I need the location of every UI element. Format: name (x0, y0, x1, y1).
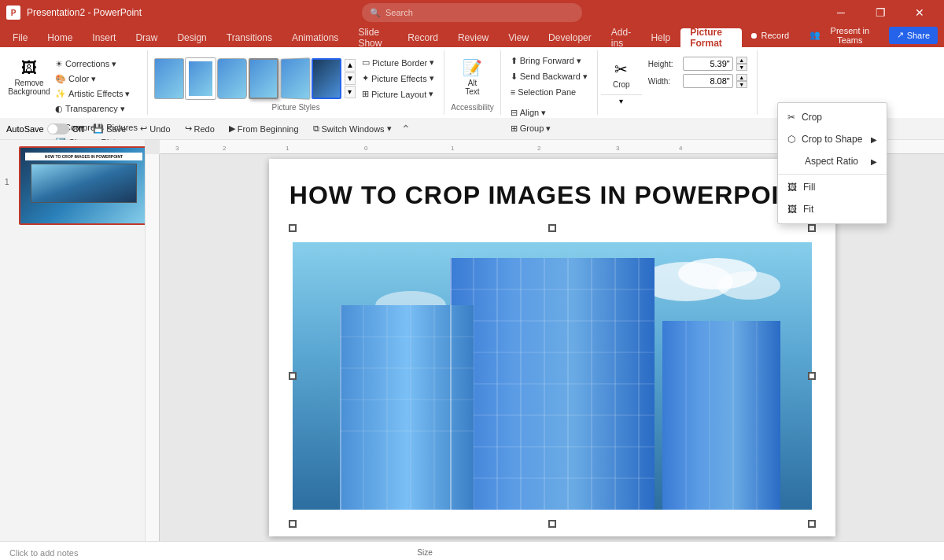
picture-effects-button[interactable]: ✦ Picture Effects ▾ (359, 72, 437, 86)
svg-rect-21 (340, 305, 474, 510)
pic-style-scroll-more[interactable]: ▾ (345, 86, 356, 98)
tab-help[interactable]: Help (641, 28, 680, 47)
tab-picture-format[interactable]: Picture Format (680, 28, 741, 47)
slide-thumbnail-1[interactable]: HOW TO CROP IMAGES IN POWERPOINT (19, 146, 146, 225)
handle-top-middle[interactable] (548, 224, 556, 232)
height-up-button[interactable]: ▲ (736, 57, 747, 64)
from-beginning-button[interactable]: ▶ From Beginning (224, 122, 304, 135)
toggle-knob (48, 124, 57, 134)
artistic-effects-button[interactable]: ✨ Artistic Effects ▾ (52, 87, 141, 101)
crop-menu-to-shape[interactable]: ⬡ Crop to Shape ▶ (778, 128, 887, 150)
color-dropdown-icon: ▾ (91, 74, 96, 84)
crop-to-shape-arrow: ▶ (871, 135, 877, 144)
transparency-dropdown-icon: ▾ (120, 104, 125, 114)
picture-border-button[interactable]: ▭ Picture Border ▾ (359, 56, 437, 70)
transparency-button[interactable]: ◐ Transparency ▾ (52, 101, 141, 116)
tab-slideshow[interactable]: Slide Show (348, 28, 397, 47)
search-bar[interactable]: 🔍 Search (362, 3, 582, 22)
teams-icon: 👥 (809, 30, 820, 40)
height-input[interactable] (683, 57, 733, 71)
switch-icon: ⧉ (313, 123, 319, 134)
crop-menu-crop[interactable]: ✂ Crop (778, 106, 887, 128)
handle-middle-right[interactable] (808, 372, 816, 380)
artistic-icon: ✨ (55, 89, 66, 99)
group-button[interactable]: ⊞ Group ▾ (507, 121, 591, 135)
handle-bottom-left[interactable] (289, 520, 297, 528)
tab-transitions[interactable]: Transitions (217, 28, 282, 47)
crop-button[interactable]: ✂ Crop (602, 53, 641, 94)
width-down-button[interactable]: ▼ (736, 81, 747, 88)
bring-forward-button[interactable]: ⬆ Bring Forward ▾ (507, 53, 591, 68)
tab-file[interactable]: File (3, 28, 37, 47)
present-teams-button[interactable]: 👥 Present in Teams (802, 27, 884, 44)
undo-button[interactable]: ↩ Undo (135, 122, 175, 135)
share-button[interactable]: ↗ Share (889, 27, 938, 44)
tab-developer[interactable]: Developer (539, 28, 601, 47)
pic-style-2[interactable] (186, 58, 216, 99)
handle-bottom-middle[interactable] (548, 520, 556, 528)
width-input[interactable] (683, 74, 733, 88)
tab-insert[interactable]: Insert (83, 28, 125, 47)
customize-icon[interactable]: ⌃ (401, 123, 411, 135)
redo-button[interactable]: ↪ Redo (180, 122, 219, 135)
tab-draw[interactable]: Draw (126, 28, 167, 47)
pic-style-scroll-up[interactable]: ▲ (345, 59, 356, 72)
height-down-button[interactable]: ▼ (736, 64, 747, 71)
crop-menu-separator (778, 174, 887, 175)
svg-rect-36 (340, 305, 341, 510)
tab-view[interactable]: View (499, 28, 538, 47)
tab-animations[interactable]: Animations (282, 28, 348, 47)
tab-home[interactable]: Home (38, 28, 82, 47)
crop-menu-fill[interactable]: 🖼 Fill (778, 176, 887, 198)
svg-point-3 (717, 271, 780, 300)
switch-dropdown-icon: ▾ (387, 123, 392, 134)
width-up-button[interactable]: ▲ (736, 74, 747, 81)
send-backward-button[interactable]: ⬇ Send Backward ▾ (507, 69, 591, 83)
height-label: Height: (648, 60, 680, 68)
picture-layout-button[interactable]: ⊞ Picture Layout ▾ (359, 87, 437, 101)
alt-text-button[interactable]: 📝 AltText (452, 53, 492, 101)
color-button[interactable]: 🎨 Color ▾ (52, 72, 141, 86)
tab-design[interactable]: Design (168, 28, 216, 47)
color-icon: 🎨 (55, 74, 66, 84)
ribbon-group-accessibility: 📝 AltText Accessibility (444, 50, 500, 115)
save-button[interactable]: 💾 Save (88, 122, 131, 135)
pic-style-scroll-down[interactable]: ▼ (345, 72, 356, 85)
align-button[interactable]: ⊟ Align ▾ (507, 105, 591, 120)
corrections-dropdown-icon: ▾ (112, 59, 116, 69)
close-button[interactable]: ✕ (902, 0, 938, 25)
pic-style-3[interactable] (217, 58, 247, 99)
picture-effects-icon: ✦ (362, 73, 369, 83)
pic-style-4[interactable] (249, 58, 278, 99)
tab-review[interactable]: Review (448, 28, 498, 47)
autosave-toggle[interactable] (47, 123, 69, 134)
svg-rect-35 (450, 258, 452, 510)
handle-top-right[interactable] (808, 224, 816, 232)
pic-style-6[interactable] (312, 58, 341, 99)
switch-windows-button[interactable]: ⧉ Switch Windows ▾ (308, 122, 396, 135)
app-title: Presentation2 - PowerPoint (27, 7, 142, 18)
crop-menu-aspect-ratio[interactable]: Aspect Ratio ▶ (778, 150, 887, 172)
crop-menu-fit[interactable]: 🖼 Fit (778, 198, 887, 220)
alt-text-icon: 📝 (463, 58, 482, 77)
group-dropdown-icon: ▾ (546, 123, 551, 134)
minimize-button[interactable]: ─ (823, 0, 859, 25)
picture-effects-dropdown-icon: ▾ (430, 73, 434, 83)
restore-button[interactable]: ❐ (862, 0, 898, 25)
pic-style-1[interactable] (154, 58, 184, 99)
remove-background-button[interactable]: 🖼 RemoveBackground (9, 53, 49, 101)
search-icon: 🔍 (370, 8, 381, 18)
transparency-icon: ◐ (55, 104, 63, 114)
selection-pane-icon: ≡ (511, 87, 515, 97)
tab-record[interactable]: Record (398, 28, 448, 47)
selection-pane-button[interactable]: ≡ Selection Pane (507, 85, 591, 99)
record-button[interactable]: ⏺ Record (742, 27, 797, 44)
corrections-button[interactable]: ☀ Corrections ▾ (52, 57, 141, 71)
play-icon: ▶ (229, 123, 235, 134)
handle-middle-left[interactable] (289, 372, 297, 380)
handle-top-left[interactable] (289, 224, 297, 232)
tab-addins[interactable]: Add-ins (602, 28, 641, 47)
crop-dropdown-button[interactable]: ▾ (601, 94, 642, 107)
handle-bottom-right[interactable] (808, 520, 816, 528)
pic-style-5[interactable] (281, 57, 311, 99)
